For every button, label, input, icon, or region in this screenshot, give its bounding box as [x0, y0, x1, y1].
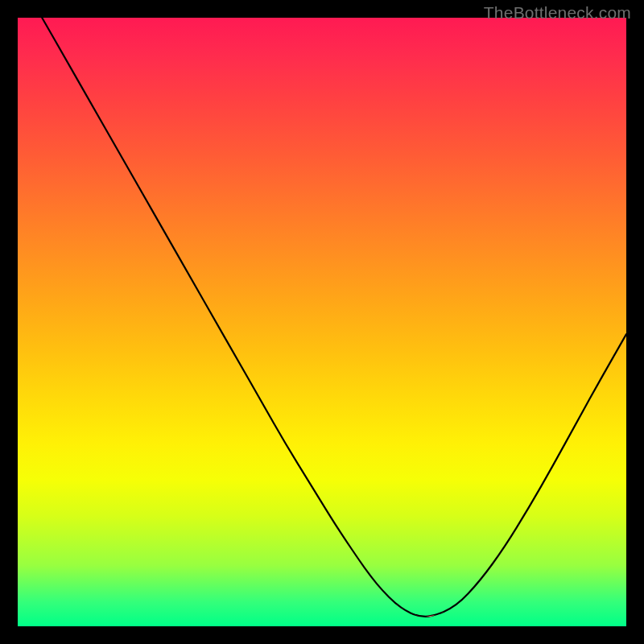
curve-marker-segment — [395, 603, 405, 609]
chart-svg — [18, 18, 626, 626]
bottleneck-curve — [42, 18, 626, 617]
curve-marker-segment — [493, 551, 502, 564]
chart-plot-area — [18, 18, 626, 626]
watermark-text: TheBottleneck.com — [484, 3, 631, 23]
curve-markers — [358, 508, 529, 617]
